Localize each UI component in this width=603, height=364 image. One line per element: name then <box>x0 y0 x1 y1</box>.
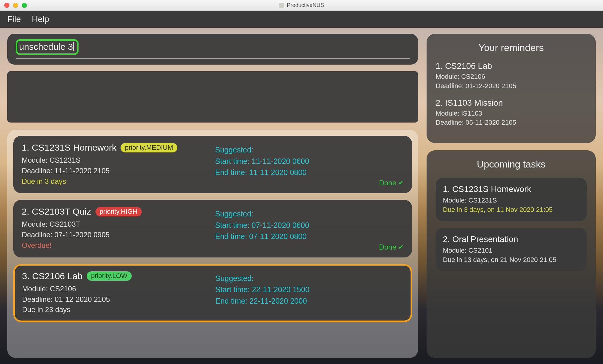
task-card[interactable]: 2. CS2103T Quizpriority.HIGHModule: CS21… <box>13 200 412 257</box>
command-input-box[interactable]: unschedule 3 <box>7 34 418 65</box>
menubar: File Help <box>0 11 603 28</box>
suggested-start: Start time: 11-11-2020 0600 <box>215 156 404 167</box>
task-deadline: Deadline: 11-11-2020 2105 <box>22 166 215 176</box>
titlebar: ProductiveNUS <box>0 0 603 11</box>
upcoming-title-text: 2. Oral Presentation <box>443 235 579 244</box>
command-input-text: unschedule 3 <box>19 42 73 52</box>
upcoming-title: Upcoming tasks <box>436 159 587 170</box>
suggested-start: Start time: 22-11-2020 1500 <box>215 284 403 295</box>
tasks-panel: 1. CS1231S Homeworkpriority.MEDIUMModule… <box>7 130 418 358</box>
task-title: 2. CS2103T Quiz <box>22 206 91 217</box>
task-due: Due in 23 days <box>22 305 215 315</box>
priority-badge: priority.HIGH <box>95 207 142 216</box>
task-card[interactable]: 1. CS1231S Homeworkpriority.MEDIUMModule… <box>13 136 412 193</box>
suggested-start: Start time: 07-11-2020 0600 <box>215 220 404 231</box>
task-module: Module: CS1231S <box>22 155 215 166</box>
reminder-module: Module: IS1103 <box>436 109 587 118</box>
suggested-header: Suggested: <box>215 273 403 284</box>
task-due: Overdue! <box>22 240 215 251</box>
reminder-module: Module: CS2106 <box>436 72 587 81</box>
command-highlight: unschedule 3 <box>16 39 79 55</box>
task-title: 3. CS2106 Lab <box>22 271 82 281</box>
check-icon: ✔ <box>398 179 404 187</box>
reminder-item: 2. IS1103 MissionModule: IS1103Deadline:… <box>436 98 587 128</box>
done-indicator: Done ✔ <box>379 179 404 187</box>
reminders-panel: Your reminders 1. CS2106 LabModule: CS21… <box>427 34 596 143</box>
suggested-end: End time: 07-11-2020 0800 <box>215 231 404 242</box>
reminder-title: 1. CS2106 Lab <box>436 61 587 71</box>
upcoming-card[interactable]: 1. CS1231S HomeworkModule: CS1231SDue in… <box>436 178 587 221</box>
upcoming-panel: Upcoming tasks 1. CS1231S HomeworkModule… <box>427 150 596 358</box>
upcoming-due: Due in 13 days, on 21 Nov 2020 21:05 <box>443 255 579 265</box>
menu-file[interactable]: File <box>7 14 21 24</box>
check-icon: ✔ <box>398 243 404 251</box>
suggested-end: End time: 11-11-2020 0800 <box>215 167 404 178</box>
suggested-end: End time: 22-11-2020 2000 <box>215 295 403 307</box>
suggested-header: Suggested: <box>215 144 404 156</box>
reminder-title: 2. IS1103 Mission <box>436 98 587 108</box>
reminder-deadline: Deadline: 05-11-2020 2105 <box>436 118 587 127</box>
suggested-header: Suggested: <box>215 208 404 220</box>
upcoming-module: Module: CS2101 <box>443 246 579 255</box>
window-title: ProductiveNUS <box>0 2 603 8</box>
menu-help[interactable]: Help <box>32 14 49 24</box>
task-card[interactable]: 3. CS2106 Labpriority.LOWModule: CS2106D… <box>13 264 412 322</box>
upcoming-card[interactable]: 2. Oral PresentationModule: CS2101Due in… <box>436 228 587 271</box>
reminders-title: Your reminders <box>436 42 587 53</box>
result-display <box>7 71 418 123</box>
reminder-deadline: Deadline: 01-12-2020 2105 <box>436 81 587 91</box>
priority-badge: priority.MEDIUM <box>121 143 177 152</box>
task-module: Module: CS2106 <box>22 284 215 294</box>
done-indicator: Done ✔ <box>379 243 404 251</box>
text-caret <box>73 42 74 51</box>
priority-badge: priority.LOW <box>87 271 132 281</box>
task-deadline: Deadline: 07-11-2020 0905 <box>22 230 215 240</box>
task-due: Due in 3 days <box>22 176 215 187</box>
task-deadline: Deadline: 01-12-2020 2105 <box>22 294 215 305</box>
upcoming-module: Module: CS1231S <box>443 196 579 205</box>
reminder-item: 1. CS2106 LabModule: CS2106Deadline: 01-… <box>436 61 587 91</box>
task-module: Module: CS2103T <box>22 219 215 230</box>
upcoming-title-text: 1. CS1231S Homework <box>443 184 579 194</box>
window-title-text: ProductiveNUS <box>287 2 324 8</box>
task-title: 1. CS1231S Homework <box>22 142 116 153</box>
upcoming-due: Due in 3 days, on 11 Nov 2020 21:05 <box>443 205 579 215</box>
command-underline <box>16 58 410 59</box>
app-icon <box>279 3 284 8</box>
content-area: unschedule 3 1. CS1231S Homeworkpriority… <box>0 28 603 364</box>
